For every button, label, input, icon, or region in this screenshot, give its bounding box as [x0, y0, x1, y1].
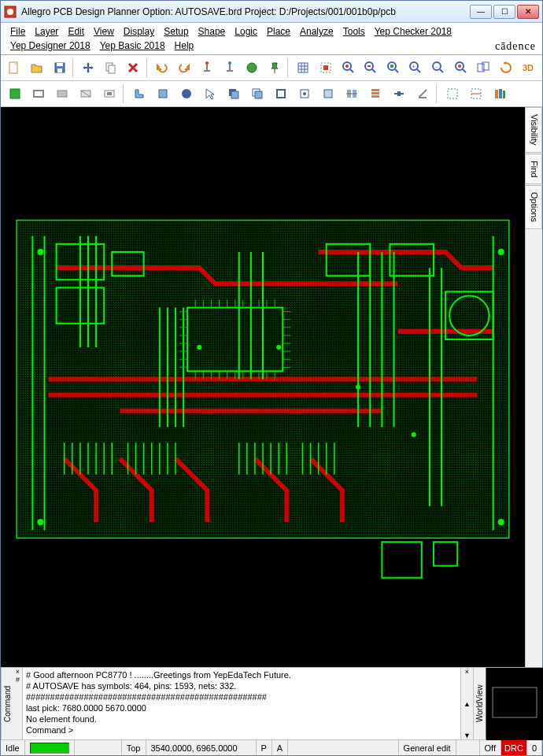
svg-point-41 [303, 92, 306, 95]
layers1-button[interactable] [223, 83, 245, 105]
menu-yep-checker[interactable]: Yep Checker 2018 [370, 24, 456, 39]
rect4-button[interactable] [98, 83, 120, 105]
worldview-minimap[interactable] [486, 668, 542, 739]
zoom-out2-button[interactable]: - [428, 57, 449, 79]
workarea: Visibility Find Options [1, 107, 542, 667]
stack-button[interactable] [364, 83, 386, 105]
zoom-out-button[interactable] [360, 57, 382, 79]
angle-button[interactable] [412, 83, 434, 105]
menu-help[interactable]: Help [170, 39, 199, 53]
delete-button[interactable] [123, 57, 144, 79]
anchor1-button[interactable] [197, 57, 218, 79]
svg-rect-42 [324, 90, 332, 98]
svg-point-68 [38, 250, 42, 254]
menu-display[interactable]: Display [119, 24, 159, 39]
status-p[interactable]: P [257, 740, 272, 755]
3d-button[interactable]: 3D [518, 57, 539, 79]
align-button[interactable] [341, 83, 363, 105]
pin-button[interactable] [264, 57, 286, 79]
pointer-button[interactable] [199, 83, 221, 105]
svg-rect-28 [34, 91, 43, 97]
status-state: Idle [1, 740, 25, 755]
redo-button[interactable] [174, 57, 195, 79]
menu-setup[interactable]: Setup [159, 24, 193, 39]
pcb-canvas[interactable] [1, 107, 525, 667]
rect3-button[interactable] [75, 83, 97, 105]
status-progress [25, 740, 75, 755]
menu-edit[interactable]: Edit [63, 24, 89, 39]
dotted1-button[interactable] [441, 83, 464, 105]
svg-point-69 [38, 520, 42, 524]
statusbar: Idle Top 3540.0000, 6965.0000 P A Genera… [1, 739, 542, 755]
command-log: # Good afternoon PC8770 ! ........Greeti… [23, 668, 460, 739]
menu-tools[interactable]: Tools [338, 24, 370, 39]
titlebar: Allegro PCB Design Planner Option: AUTOS… [1, 1, 542, 23]
status-mode[interactable]: General edit [399, 740, 456, 755]
zoom-sel-button[interactable] [450, 57, 471, 79]
svg-text:-: - [435, 63, 438, 70]
anchor2-button[interactable] [219, 57, 240, 79]
menu-yep-basic[interactable]: Yep Basic 2018 [95, 39, 170, 53]
open-button[interactable] [27, 57, 48, 79]
maximize-button[interactable]: ☐ [493, 5, 515, 19]
status-drc[interactable]: DRC [501, 740, 527, 755]
menu-analyze[interactable]: Analyze [295, 24, 338, 39]
menu-shape[interactable]: Shape [194, 24, 231, 39]
svg-rect-76 [486, 668, 543, 740]
svg-rect-4 [57, 63, 63, 66]
close-button[interactable]: ✕ [517, 5, 539, 19]
svg-rect-7 [109, 65, 115, 73]
filled-circle-button[interactable] [175, 83, 198, 105]
rect1-button[interactable] [28, 83, 50, 105]
svg-point-75 [412, 433, 416, 436]
tab-find[interactable]: Find [526, 154, 542, 184]
command-scrollbar[interactable]: ×▲▼ [460, 668, 473, 739]
new-button[interactable] [4, 57, 25, 79]
fill-square-button[interactable] [4, 83, 26, 105]
undo-button[interactable] [151, 57, 172, 79]
zoom-in2-button[interactable]: + [405, 57, 427, 79]
svg-point-73 [277, 346, 280, 349]
move-button[interactable] [78, 57, 99, 79]
layers2-button[interactable] [246, 83, 268, 105]
box-button[interactable] [152, 83, 174, 105]
tab-visibility[interactable]: Visibility [526, 107, 542, 153]
zoom-prev-button[interactable] [473, 57, 494, 79]
svg-rect-52 [499, 89, 502, 98]
dotted2-button[interactable] [465, 83, 487, 105]
outline1-button[interactable] [270, 83, 292, 105]
minimize-button[interactable]: — [470, 5, 492, 19]
bottom-panel: Command ×# # Good afternoon PC8770 ! ...… [1, 667, 542, 739]
status-off[interactable]: Off [480, 740, 501, 755]
outline3-button[interactable] [317, 83, 339, 105]
save-button[interactable] [49, 57, 70, 79]
books-button[interactable] [489, 83, 511, 105]
grid-button[interactable] [293, 57, 314, 79]
circle-button[interactable] [242, 57, 263, 79]
divider-button[interactable] [388, 83, 410, 105]
svg-rect-39 [277, 90, 285, 98]
zoom-in-button[interactable] [338, 57, 359, 79]
menu-layer[interactable]: Layer [30, 24, 63, 39]
worldview-tab[interactable]: WorldView [473, 668, 486, 739]
status-layer[interactable]: Top [122, 740, 146, 755]
copy-button[interactable] [100, 57, 121, 79]
refresh-button[interactable] [496, 57, 517, 79]
svg-rect-33 [159, 90, 167, 98]
outline2-button[interactable] [294, 83, 316, 105]
zoom-fit-button[interactable] [383, 57, 404, 79]
lshape-button[interactable] [128, 83, 150, 105]
toolbar-2 [1, 81, 542, 107]
menu-file[interactable]: File [6, 24, 30, 39]
area-button[interactable] [316, 57, 337, 79]
menubar: File Layer Edit View Display Setup Shape… [1, 23, 542, 55]
command-tab[interactable]: Command [1, 668, 13, 739]
close-command-icon[interactable]: ×# [13, 668, 23, 739]
menu-yep-designer[interactable]: Yep Designer 2018 [6, 39, 95, 53]
rect2-button[interactable] [51, 83, 73, 105]
tab-options[interactable]: Options [526, 185, 542, 229]
status-a[interactable]: A [272, 740, 288, 755]
menu-place[interactable]: Place [262, 24, 295, 39]
menu-logic[interactable]: Logic [230, 24, 262, 39]
menu-view[interactable]: View [89, 24, 119, 39]
